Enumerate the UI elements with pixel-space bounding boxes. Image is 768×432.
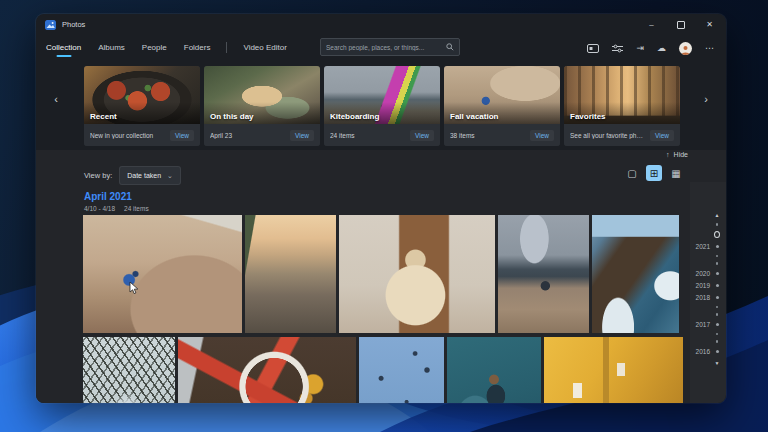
timeline-dot: [716, 262, 719, 265]
timeline-down[interactable]: ▼: [714, 360, 720, 366]
timeline-dot: [716, 313, 719, 316]
carousel-next-button[interactable]: ›: [699, 90, 713, 108]
search-input[interactable]: [326, 44, 446, 51]
photo-dog-on-chair[interactable]: [339, 215, 495, 333]
tab-albums[interactable]: Albums: [97, 41, 126, 54]
timeline-dot: [714, 223, 720, 226]
album-card-photo: Favorites: [564, 66, 680, 124]
timeline-current: [714, 231, 720, 238]
album-card-on-this-day[interactable]: On this dayApril 23View: [204, 66, 320, 146]
photo-yellow-palace-walls[interactable]: [544, 337, 683, 403]
album-card-subtitle: April 23: [210, 132, 286, 139]
search-box[interactable]: [320, 38, 460, 56]
tab-video-editor[interactable]: Video Editor: [242, 41, 287, 54]
album-card-favorites[interactable]: FavoritesSee all your favorite photosVie…: [564, 66, 680, 146]
import-icon: ⇥: [636, 44, 644, 53]
timeline-year-mark: [714, 296, 720, 299]
album-card-subtitle: New in your collection: [90, 132, 166, 139]
zoom-toggle-group: ▢⊞▦: [624, 165, 684, 181]
timeline-year-dot: [716, 350, 719, 353]
view-button[interactable]: View: [530, 130, 554, 141]
item-count: 24 items: [124, 205, 149, 212]
timeline-year-label: 2017: [696, 321, 710, 328]
slideshow-icon: [587, 44, 599, 53]
timeline-year-2017[interactable]: 2017: [696, 321, 720, 328]
chevron-right-icon: ›: [704, 93, 708, 105]
cloud-status-button[interactable]: ☁: [657, 44, 666, 53]
timeline-year-mark: [714, 350, 720, 353]
slideshow-button[interactable]: [587, 44, 599, 53]
nav-tabs: CollectionAlbumsPeopleFoldersVideo Edito…: [45, 38, 288, 57]
album-card-recent[interactable]: RecentNew in your collectionView: [84, 66, 200, 146]
carousel-previous-button[interactable]: ‹: [49, 90, 63, 108]
photo-kites-sky-starburst[interactable]: [359, 337, 444, 403]
date-taken-dropdown[interactable]: Date taken ⌄: [119, 166, 181, 185]
active-tab-indicator: [56, 55, 71, 57]
view-button[interactable]: View: [290, 130, 314, 141]
timeline-scrollbar[interactable]: ▲202120202019201820172016▼: [690, 182, 726, 403]
timeline-dot-mark: [714, 223, 720, 226]
photo-desert-rocks-hiker[interactable]: [83, 215, 242, 333]
album-card-footer: New in your collectionView: [84, 124, 200, 146]
titlebar[interactable]: Photos – ✕: [36, 14, 726, 36]
album-card-title: Favorites: [570, 112, 606, 121]
see-more-button[interactable]: ⋯: [705, 44, 714, 53]
date-group-header: April 2021 4/10 - 4/18 24 items: [84, 191, 149, 212]
maximize-button[interactable]: [666, 14, 695, 35]
close-button[interactable]: ✕: [695, 14, 724, 35]
import-button[interactable]: ⇥: [636, 44, 644, 53]
maximize-icon: [677, 21, 685, 29]
filter-button[interactable]: [612, 44, 623, 53]
timeline-dot: [714, 313, 720, 316]
view-button[interactable]: View: [170, 130, 194, 141]
timeline-dot: [716, 306, 719, 309]
tab-folders[interactable]: Folders: [183, 41, 212, 54]
tab-collection[interactable]: Collection: [45, 41, 82, 54]
photo-grid-row: [83, 337, 683, 403]
view-single-button[interactable]: ▢: [624, 165, 640, 181]
photo-red-roundabout-overhead[interactable]: [178, 337, 356, 403]
minimize-button[interactable]: –: [637, 14, 666, 35]
timeline-down-arrow-icon: ▼: [714, 360, 720, 366]
photo-ocean-cliff-surf[interactable]: [592, 215, 679, 333]
photo-rocky-shore-person[interactable]: [498, 215, 589, 333]
photo-swimmer-in-water[interactable]: [447, 337, 541, 403]
timeline-dot: [716, 340, 719, 343]
tab-people[interactable]: People: [141, 41, 168, 54]
album-card-subtitle: 38 items: [450, 132, 526, 139]
hide-carousel-button[interactable]: ↑ Hide: [666, 151, 688, 158]
view-by-label: View by:: [84, 171, 112, 180]
view-button[interactable]: View: [410, 130, 434, 141]
timeline-up-arrow-icon: ▲: [714, 212, 720, 218]
timeline-year-2020[interactable]: 2020: [696, 270, 720, 277]
timeline-dot: [714, 255, 720, 258]
album-card-fall-vacation[interactable]: Fall vacation38 itemsView: [444, 66, 560, 146]
view-grid-button[interactable]: ⊞: [646, 165, 662, 181]
timeline-year-2019[interactable]: 2019: [696, 282, 720, 289]
view-dense-grid-button[interactable]: ▦: [668, 165, 684, 181]
album-card-footer: See all your favorite photosView: [564, 124, 680, 146]
view-button[interactable]: View: [650, 130, 674, 141]
photo-city-aerial-sunset[interactable]: [245, 215, 336, 333]
account-button[interactable]: [679, 42, 692, 55]
search-icon: [446, 43, 454, 51]
timeline-dot: [716, 333, 719, 336]
see-more-icon: ⋯: [705, 44, 714, 53]
featured-carousel: RecentNew in your collectionViewOn this …: [84, 66, 680, 146]
date-group-title[interactable]: April 2021: [84, 191, 149, 202]
timeline-current-position: [714, 231, 720, 238]
timeline-year-2021[interactable]: 2021: [696, 243, 720, 250]
close-icon: ✕: [706, 20, 713, 29]
timeline-dot: [716, 255, 719, 258]
timeline-dot-mark: [714, 255, 720, 258]
chevron-down-icon: ⌄: [167, 172, 173, 180]
command-bar: ⇥ ☁ ⋯: [587, 39, 714, 57]
album-card-kiteboarding[interactable]: Kiteboarding24 itemsView: [324, 66, 440, 146]
timeline-year-2016[interactable]: 2016: [696, 348, 720, 355]
timeline-year-2018[interactable]: 2018: [696, 294, 720, 301]
timeline-up[interactable]: ▲: [714, 212, 720, 218]
timeline-dot: [714, 262, 720, 265]
timeline-current-indicator: [714, 231, 720, 238]
photo-grid: [83, 215, 683, 403]
photo-eiffel-tower-arch[interactable]: [83, 337, 175, 403]
